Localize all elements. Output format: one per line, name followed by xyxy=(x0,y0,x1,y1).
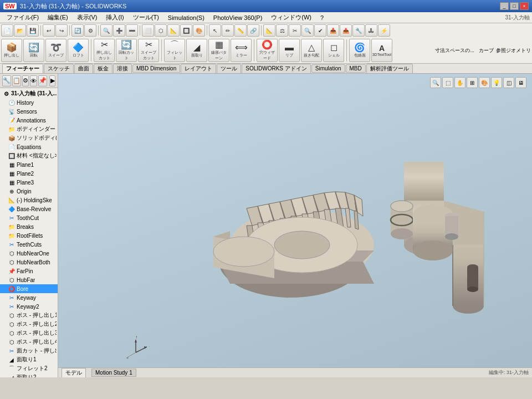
tree-breaks[interactable]: 📁 Breaks xyxy=(0,222,58,231)
menu-window[interactable]: ウィンドウ(W) xyxy=(267,12,316,23)
tb-measure[interactable]: 📐 xyxy=(263,24,275,37)
tree-boss4[interactable]: ⬡ ボス - 押し出し4 xyxy=(0,337,58,346)
ftab-analysis[interactable]: 解析評価ツール xyxy=(366,64,413,74)
tree-equations[interactable]: 📄 Equations xyxy=(0,142,58,151)
tree-plane2[interactable]: ▦ Plane2 xyxy=(0,169,58,178)
tree-solid-body[interactable]: 📦 ソリッドボディ(1) xyxy=(0,134,58,142)
tb-3dtext[interactable]: A 3DTextTool xyxy=(371,39,392,62)
ftab-sheet[interactable]: 板金 xyxy=(94,64,112,74)
tree-boss1[interactable]: ⬡ ボス - 押し出し1 xyxy=(0,311,58,320)
tb-zoom-out[interactable]: ➖ xyxy=(126,24,138,37)
tree-chamfer2[interactable]: ◢ 面取り2 xyxy=(0,373,58,377)
tb-mirror[interactable]: ⟺ ミラー xyxy=(231,39,252,62)
tb-sketch[interactable]: ✏ xyxy=(222,24,234,37)
status-tab-model[interactable]: モデル xyxy=(62,368,86,378)
menu-help[interactable]: ? xyxy=(316,13,328,22)
ftab-mbd2[interactable]: MBD xyxy=(346,64,366,73)
ftab-mbd[interactable]: MBD Dimension xyxy=(132,64,180,73)
menu-photoview[interactable]: PhotoView 360(P) xyxy=(209,13,267,22)
ftab-layout[interactable]: レイアウト xyxy=(181,64,216,74)
tree-bore[interactable]: ⭕ Bore xyxy=(0,284,58,293)
panel-btn-display[interactable]: 👁 xyxy=(30,75,37,86)
ftab-weld[interactable]: 溶接 xyxy=(113,64,132,74)
tree-boss2[interactable]: ⬡ ボス - 押し出し2 xyxy=(0,320,58,329)
panel-btn-config[interactable]: ⚙ xyxy=(22,75,29,86)
tb-draft[interactable]: △ 抜き勾配 xyxy=(301,39,322,62)
tb-shell[interactable]: ◻ シェル xyxy=(323,39,344,62)
tb-loft[interactable]: 🔷 ロフト xyxy=(68,39,89,62)
tb-mass[interactable]: ⚖ xyxy=(276,24,288,37)
tree-rootfillets[interactable]: 📁 RootFillets xyxy=(0,231,58,240)
minimize-button[interactable]: _ xyxy=(500,2,509,10)
menu-tools[interactable]: ツール(T) xyxy=(129,12,163,23)
tree-hubfar[interactable]: ⬡ HubFar xyxy=(0,275,58,284)
tb-view2[interactable]: ⬡ xyxy=(155,24,167,37)
tb-smart[interactable]: 📏 xyxy=(234,24,247,37)
tree-root[interactable]: ⚙ 31-入力軸 (31-入... xyxy=(0,89,58,98)
tb-misc1[interactable]: 🔧 xyxy=(352,24,365,37)
close-button[interactable]: × xyxy=(520,2,529,10)
tb-view4[interactable]: 🔲 xyxy=(180,24,192,37)
tree-farpin[interactable]: 📌 FarPin xyxy=(0,267,58,275)
tb-view5[interactable]: 🎨 xyxy=(193,24,205,37)
tree-annotations[interactable]: 📝 Annotations xyxy=(0,116,58,125)
tree-keyway[interactable]: ✂ Keyway xyxy=(0,293,58,302)
tb-options[interactable]: ⚙ xyxy=(84,24,96,37)
ftab-swaddin[interactable]: SOLIDWORKS アドイン xyxy=(242,64,311,74)
tree-material[interactable]: 🔲 材料 <指定なし> xyxy=(0,151,58,160)
tree-toothcut[interactable]: ✂ ToothCut xyxy=(0,213,58,222)
tree-teethcuts[interactable]: ✂ TeethCuts xyxy=(0,240,58,249)
tb-ref[interactable]: 🔗 xyxy=(247,24,259,37)
tb-extrude[interactable]: 📦 押し出し xyxy=(1,39,22,62)
menu-file[interactable]: ファイル(F) xyxy=(2,12,43,23)
tb-import[interactable]: 📥 xyxy=(327,24,339,37)
panel-btn-pm[interactable]: 📋 xyxy=(12,75,21,86)
tb-open[interactable]: 📂 xyxy=(14,24,26,37)
titlebar-controls[interactable]: _ □ × xyxy=(500,2,529,10)
tree-sensors[interactable]: 📡 Sensors xyxy=(0,107,58,116)
tb-save[interactable]: 💾 xyxy=(27,24,39,37)
tb-sweepcut[interactable]: ✂ スイープカット xyxy=(138,39,159,62)
tb-pattern[interactable]: ▦ 線形パターン xyxy=(208,39,229,62)
tb-sel[interactable]: ↖ xyxy=(209,24,221,37)
tb-zoom-in[interactable]: ➕ xyxy=(113,24,125,37)
tb-rebuild[interactable]: 🔄 xyxy=(71,24,84,37)
maximize-button[interactable]: □ xyxy=(510,2,519,10)
tb-view1[interactable]: ⬜ xyxy=(142,24,154,37)
tb-revolve[interactable]: 🔄 回転 xyxy=(23,39,44,62)
tree-chamfer1[interactable]: ◢ 面取り1 xyxy=(0,355,58,364)
tb-export[interactable]: 📤 xyxy=(340,24,352,37)
menu-insert[interactable]: 挿入(I) xyxy=(101,12,128,23)
ftab-sketch[interactable]: スケッチ xyxy=(44,64,74,74)
tb-revcut[interactable]: 🔄 回転カット xyxy=(116,39,137,62)
tree-facecut1[interactable]: ✂ 面カット - 押し出し1 xyxy=(0,346,58,355)
ftab-sim[interactable]: Simulation xyxy=(311,64,345,73)
status-tab-motion[interactable]: Motion Study 1 xyxy=(91,369,136,377)
tb-hole[interactable]: ⭕ 穴ウィザード xyxy=(257,39,278,62)
ftab-feature[interactable]: フィーチャー xyxy=(2,64,43,74)
tb-misc2[interactable]: 🖧 xyxy=(365,24,377,37)
tb-section[interactable]: ✂ xyxy=(289,24,301,37)
tb-wrap[interactable]: 🌀 包絡面 xyxy=(349,39,370,62)
panel-btn-feature[interactable]: 🔧 xyxy=(2,75,11,86)
tree-hubnearone[interactable]: ⬡ HubNearOne xyxy=(0,249,58,258)
tree-plane1[interactable]: ▦ Plane1 xyxy=(0,160,58,169)
tb-xray[interactable]: 🔍 xyxy=(301,24,314,37)
tree-holdingske[interactable]: 📐 (-) HoldingSke xyxy=(0,196,58,204)
tree-body-folder[interactable]: 📁 ボディインダー - xyxy=(0,125,58,134)
tb-fillet[interactable]: ⌒ フィレット xyxy=(164,39,185,62)
tree-base-revolve[interactable]: 🔷 Base-Revolve xyxy=(0,204,58,213)
tb-view3[interactable]: 📐 xyxy=(167,24,180,37)
menu-view[interactable]: 表示(V) xyxy=(73,12,102,23)
tb-check[interactable]: ✔ xyxy=(314,24,326,37)
tb-sweep[interactable]: ➰ スイープ xyxy=(45,39,66,62)
tb-extcut[interactable]: ✂ 押し出しカット xyxy=(94,39,115,62)
tree-plane3[interactable]: ▦ Plane3 xyxy=(0,178,58,187)
tree-keyway2[interactable]: ✂ Keyway2 xyxy=(0,302,58,311)
tb-undo[interactable]: ↩ xyxy=(43,24,55,37)
ftab-tools[interactable]: ツール xyxy=(217,64,241,74)
tree-fillet2[interactable]: ⌒ フィレット2 xyxy=(0,364,58,373)
tree-hubnearboth[interactable]: ⬡ HubNearBoth xyxy=(0,258,58,267)
tb-redo[interactable]: ↪ xyxy=(55,24,68,37)
tb-misc3[interactable]: ⚡ xyxy=(378,24,390,37)
